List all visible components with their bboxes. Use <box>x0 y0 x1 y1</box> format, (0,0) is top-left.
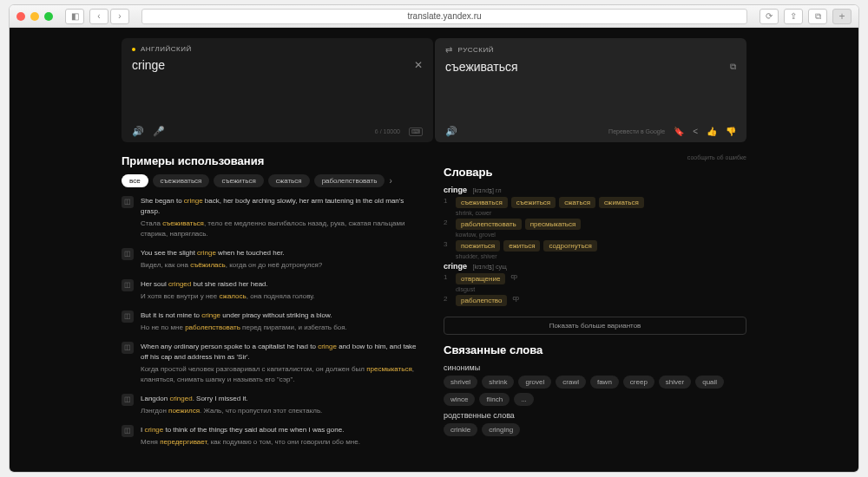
example-ru: Когда простой человек разговаривал с кап… <box>141 364 424 385</box>
speaker-icon[interactable]: 🔊 <box>132 126 144 137</box>
page-content: АНГЛИЙСКИЙ cringe ✕ 🔊 🎤 6 / 10000 ⌨ <box>10 28 858 472</box>
address-bar[interactable]: translate.yandex.ru <box>141 9 747 24</box>
window-controls <box>16 12 53 21</box>
tabs-icon[interactable]: ⧉ <box>808 9 827 24</box>
english-synonyms: disgust <box>456 286 746 292</box>
dict-sense: 1съеживатьсясъежитьсясжатьсясжиматьсяshr… <box>444 197 746 216</box>
detect-dot-icon <box>132 48 135 51</box>
filter-chip[interactable]: съежиться <box>214 174 263 187</box>
related-title: Связанные слова <box>444 343 746 356</box>
example-en: Langdon cringed. Sorry I missed it. <box>141 394 322 404</box>
url-text: translate.yandex.ru <box>407 11 481 21</box>
mic-icon[interactable]: 🎤 <box>153 126 165 137</box>
keyboard-icon[interactable]: ⌨ <box>409 127 423 136</box>
translation-chip[interactable]: сжаться <box>559 197 595 208</box>
example-source-icon[interactable]: ◫ <box>122 310 134 323</box>
translation-chip[interactable]: поежиться <box>456 240 500 252</box>
example-item: ◫She began to cringe back, her body arch… <box>122 196 424 239</box>
minimize-icon[interactable] <box>30 12 39 21</box>
example-ru: Стала съеживаться, тело ее медленно выги… <box>141 219 424 239</box>
translation-chip[interactable]: сжиматься <box>599 197 644 208</box>
example-en: You see the slight cringe when he touche… <box>141 248 322 258</box>
example-source-icon[interactable]: ◫ <box>122 196 134 208</box>
cognate-chip[interactable]: crinkle <box>444 423 477 436</box>
examples-title: Примеры использования <box>122 154 424 167</box>
new-tab-icon[interactable]: + <box>832 9 852 24</box>
example-source-icon[interactable]: ◫ <box>122 342 134 354</box>
thumb-down-icon[interactable]: 👎 <box>726 127 736 136</box>
synonym-chip[interactable]: grovel <box>518 376 551 389</box>
example-en: Her soul cringed but she raised her head… <box>141 279 315 290</box>
translation-chip[interactable]: содрогнуться <box>543 240 596 252</box>
translation-chip[interactable]: раболепство <box>456 295 507 306</box>
synonym-chip[interactable]: wince <box>444 393 475 406</box>
english-synonyms: shrink, cower <box>456 210 746 216</box>
char-counter: 6 / 10000 <box>375 128 400 134</box>
synonym-chip[interactable]: shrivel <box>444 376 477 389</box>
share-icon[interactable]: ⇪ <box>784 9 803 24</box>
show-more-button[interactable]: Показать больше вариантов <box>444 317 746 335</box>
back-icon[interactable]: ‹ <box>89 9 108 24</box>
example-source-icon[interactable]: ◫ <box>122 425 134 437</box>
synonym-chip[interactable]: shiver <box>659 376 691 389</box>
example-source-icon[interactable]: ◫ <box>122 279 134 291</box>
sense-number: 2 <box>444 295 449 303</box>
example-source-icon[interactable]: ◫ <box>122 394 134 406</box>
examples-column: Примеры использования всесъеживатьсясъеж… <box>122 154 424 456</box>
synonym-chip[interactable]: creep <box>623 376 654 389</box>
filter-chip[interactable]: раболепствовать <box>314 174 385 187</box>
translation-chip[interactable]: раболепствовать <box>456 219 522 230</box>
example-ru: Меня передергивает, как подумаю о том, ч… <box>141 437 360 448</box>
example-en: When any ordinary person spoke to a capi… <box>141 342 424 363</box>
example-item: ◫But it is not mine to cringe under pira… <box>122 310 424 333</box>
reload-icon[interactable]: ⟳ <box>760 9 779 24</box>
example-item: ◫Her soul cringed but she raised her hea… <box>122 279 424 302</box>
dict-headword: cringe [krɪndʒ] сущ <box>444 262 746 271</box>
sidebar-icon[interactable]: ◧ <box>65 9 84 24</box>
maximize-icon[interactable] <box>44 12 53 21</box>
copy-icon[interactable]: ⧉ <box>730 62 736 72</box>
forward-icon[interactable]: › <box>110 9 129 24</box>
example-item: ◫Langdon cringed. Sorry I missed it.Лэнг… <box>122 394 424 416</box>
translation-chip[interactable]: отвращение <box>456 273 505 284</box>
chevron-right-icon[interactable]: › <box>389 176 391 186</box>
thumb-up-icon[interactable]: 👍 <box>707 127 717 136</box>
synonym-chip[interactable]: quail <box>695 376 724 389</box>
target-lang[interactable]: РУССКИЙ <box>458 46 494 54</box>
filter-chip[interactable]: съеживаться <box>153 174 210 187</box>
close-icon[interactable] <box>16 12 25 21</box>
bookmark-icon[interactable]: 🔖 <box>674 127 684 136</box>
synonym-chip[interactable]: crawl <box>556 376 586 389</box>
synonym-chip[interactable]: flinch <box>479 393 510 406</box>
filter-chip[interactable]: сжаться <box>268 174 310 187</box>
translation-chip[interactable]: съежиться <box>511 197 556 208</box>
translation-chip[interactable]: пресмыкаться <box>525 219 582 230</box>
source-lang[interactable]: АНГЛИЙСКИЙ <box>141 45 192 53</box>
synonym-chip[interactable]: shrink <box>482 376 514 389</box>
synonym-chip[interactable]: ... <box>514 393 534 406</box>
example-source-icon[interactable]: ◫ <box>122 248 134 260</box>
dict-sense: 2раболепствоср <box>444 295 746 308</box>
clear-icon[interactable]: ✕ <box>414 59 423 71</box>
filter-chip[interactable]: все <box>122 174 148 187</box>
synonyms-label: синонимы <box>444 363 746 372</box>
cognate-chip[interactable]: cringing <box>482 423 520 436</box>
example-en: She began to cringe back, her body archi… <box>141 196 424 217</box>
translation-chip[interactable]: ежиться <box>503 240 540 252</box>
swap-icon[interactable]: ⇄ <box>445 45 453 55</box>
speaker-icon[interactable]: 🔊 <box>445 126 457 137</box>
sense-number: 3 <box>444 240 449 248</box>
report-error-link[interactable]: сообщить об ошибке <box>444 154 746 160</box>
dictionary-title: Словарь <box>444 166 746 179</box>
synonym-chip[interactable]: fawn <box>590 376 619 389</box>
dictionary-column: сообщить об ошибке Словарь cringe [krɪnd… <box>444 154 746 456</box>
share-icon[interactable]: < <box>693 127 698 136</box>
dict-sense: 3поежитьсяежитьсясодрогнутьсяshudder, sh… <box>444 240 746 259</box>
translation-chip[interactable]: съеживаться <box>456 197 508 208</box>
titlebar: ◧ ‹ › translate.yandex.ru ⟳ ⇪ ⧉ + <box>10 5 858 28</box>
google-translate-link[interactable]: Перевести в Google <box>608 128 665 134</box>
source-input[interactable]: cringe <box>132 58 414 72</box>
example-en: I cringe to think of the things they sai… <box>141 425 360 435</box>
example-item: ◫I cringe to think of the things they sa… <box>122 425 424 448</box>
browser-window: ◧ ‹ › translate.yandex.ru ⟳ ⇪ ⧉ + АНГЛИЙ… <box>9 4 859 473</box>
